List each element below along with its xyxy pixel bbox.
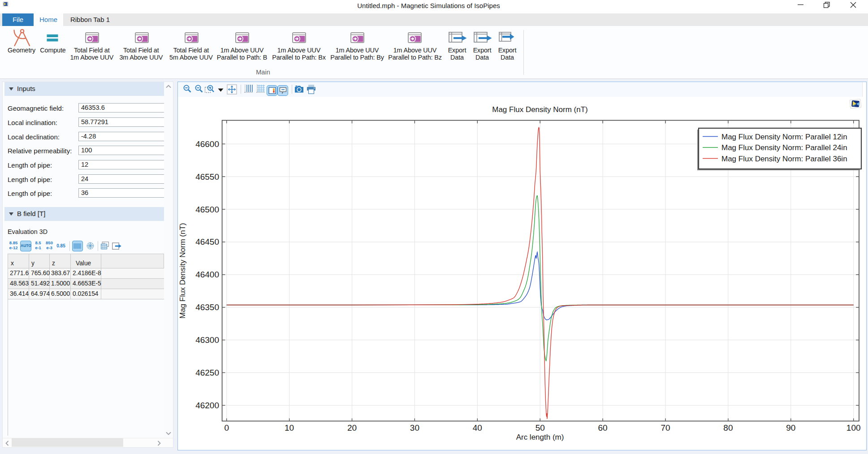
svg-text:Mag Flux Density Norm (nT): Mag Flux Density Norm (nT)	[178, 223, 187, 318]
svg-text:50: 50	[535, 423, 545, 432]
svg-text:80: 80	[723, 423, 733, 432]
svg-text:46450: 46450	[195, 237, 219, 246]
svg-text:10: 10	[285, 423, 294, 432]
svg-text:Mag Flux Density Norm: Paralle: Mag Flux Density Norm: Parallel 36in	[721, 155, 847, 163]
svg-text:46200: 46200	[195, 401, 219, 410]
svg-text:46600: 46600	[195, 139, 219, 149]
svg-text:30: 30	[410, 423, 419, 432]
svg-text:100: 100	[846, 423, 861, 432]
svg-text:Mag Flux Density Norm: Paralle: Mag Flux Density Norm: Parallel 24in	[721, 143, 847, 152]
svg-text:46350: 46350	[195, 303, 219, 312]
svg-text:46300: 46300	[195, 335, 219, 345]
svg-text:46400: 46400	[195, 270, 219, 279]
svg-text:70: 70	[661, 423, 670, 432]
svg-text:Mag Flux Density Norm: Paralle: Mag Flux Density Norm: Parallel 12in	[721, 133, 847, 141]
svg-text:Arc length (m): Arc length (m)	[516, 433, 564, 441]
svg-text:60: 60	[598, 423, 608, 432]
svg-text:Mag Flux Density Norm (nT): Mag Flux Density Norm (nT)	[492, 105, 587, 114]
svg-text:40: 40	[473, 423, 482, 432]
svg-text:46550: 46550	[195, 172, 219, 182]
svg-text:0: 0	[224, 423, 229, 432]
svg-text:46250: 46250	[195, 368, 219, 377]
svg-text:20: 20	[347, 423, 357, 432]
svg-text:46500: 46500	[195, 205, 219, 214]
svg-text:90: 90	[786, 423, 795, 432]
